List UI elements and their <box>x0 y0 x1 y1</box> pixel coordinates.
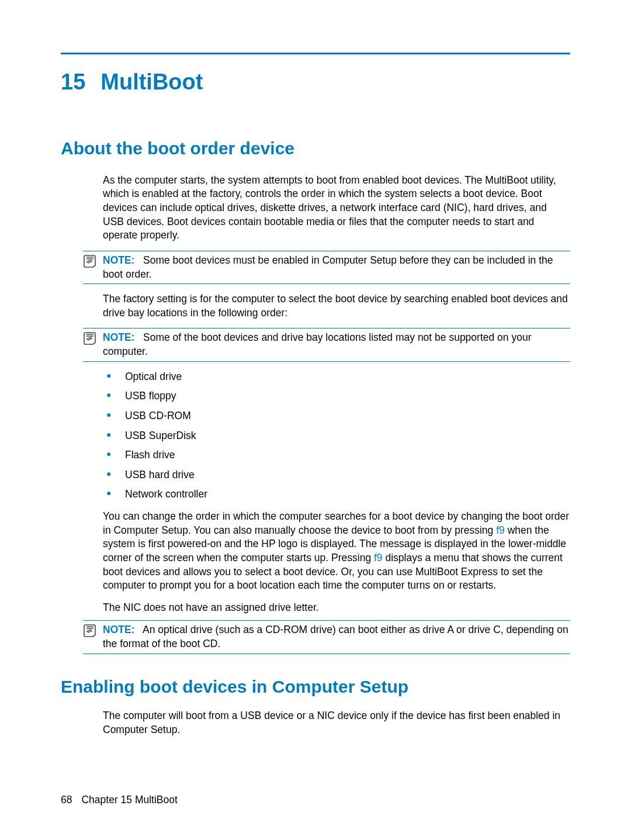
section-about-boot-order: About the boot order device <box>61 137 570 161</box>
note-rule-top <box>83 328 570 329</box>
note-text: NOTE: An optical drive (such as a CD-ROM… <box>103 623 570 651</box>
note-icon <box>83 254 103 272</box>
list-item: Flash drive <box>103 448 570 462</box>
page-footer: 68Chapter 15 MultiBoot <box>61 793 178 807</box>
list-item: USB CD-ROM <box>103 409 570 423</box>
note-not-supported: NOTE: Some of the boot devices and drive… <box>83 328 570 361</box>
list-item: USB floppy <box>103 389 570 403</box>
section-enabling-boot-devices: Enabling boot devices in Computer Setup <box>61 675 570 699</box>
para-change-order: You can change the order in which the co… <box>103 510 570 593</box>
chapter-heading: 15MultiBoot <box>61 67 570 97</box>
note-body: Some of the boot devices and drive bay l… <box>103 331 531 357</box>
note-text: NOTE: Some of the boot devices and drive… <box>103 331 570 358</box>
note-text: NOTE: Some boot devices must be enabled … <box>103 254 570 281</box>
list-item: Network controller <box>103 488 570 502</box>
footer-text: Chapter 15 MultiBoot <box>81 794 177 806</box>
para-nic-letter: The NIC does not have an assigned drive … <box>103 601 570 615</box>
note-body: Some boot devices must be enabled in Com… <box>103 254 553 280</box>
page-number: 68 <box>61 793 72 807</box>
note-rule-bottom <box>83 284 570 284</box>
note-icon <box>83 331 103 349</box>
note-body: An optical drive (such as a CD-ROM drive… <box>103 624 568 649</box>
para-intro: As the computer starts, the system attem… <box>103 174 570 243</box>
list-item: Optical drive <box>103 370 570 384</box>
note-icon <box>83 623 103 641</box>
note-label: NOTE: <box>103 331 134 343</box>
note-optical-drive: NOTE: An optical drive (such as a CD-ROM… <box>83 620 570 654</box>
f9-key: f9 <box>496 524 505 536</box>
top-rule <box>61 53 570 54</box>
note-rule-top <box>83 620 570 621</box>
chapter-number: 15 <box>61 67 85 97</box>
note-enable-devices: NOTE: Some boot devices must be enabled … <box>83 251 570 284</box>
boot-order-list: Optical drive USB floppy USB CD-ROM USB … <box>103 370 570 502</box>
note-label: NOTE: <box>103 624 134 635</box>
note-rule-top <box>83 251 570 251</box>
note-rule-bottom <box>83 654 570 654</box>
chapter-title: MultiBoot <box>100 70 203 94</box>
para-enable-devices: The computer will boot from a USB device… <box>103 709 570 737</box>
para-factory-setting: The factory setting is for the computer … <box>103 292 570 320</box>
list-item: USB SuperDisk <box>103 429 570 443</box>
f9-key: f9 <box>374 552 383 564</box>
note-label: NOTE: <box>103 254 134 266</box>
list-item: USB hard drive <box>103 468 570 482</box>
note-rule-bottom <box>83 361 570 362</box>
